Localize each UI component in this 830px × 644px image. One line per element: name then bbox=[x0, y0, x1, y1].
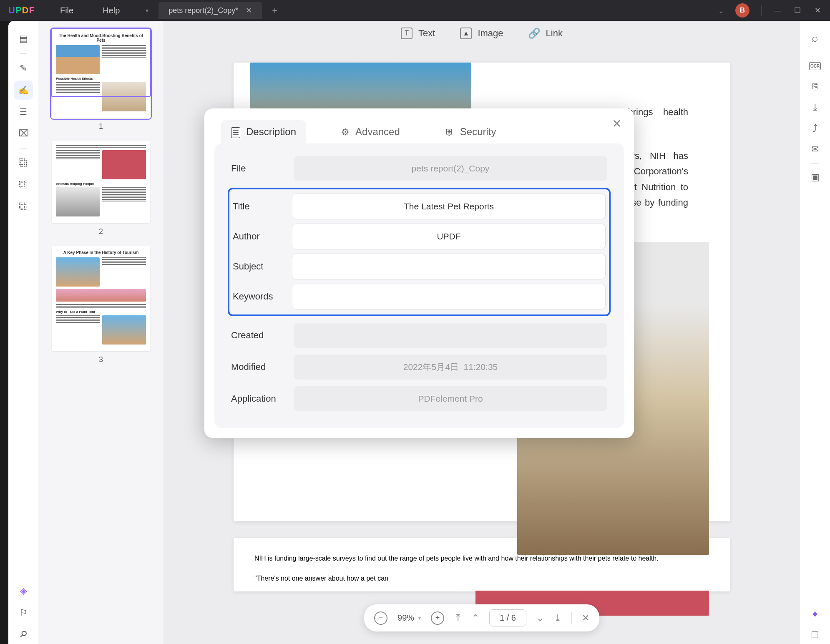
thumb-title: The Health and Mood-Boosting Benefits of… bbox=[56, 33, 146, 43]
field-author: Author bbox=[233, 224, 606, 249]
page-text: "There's not one answer about how a pet … bbox=[254, 575, 482, 582]
divider bbox=[811, 163, 819, 164]
tab-bar: ▾ pets report(2)_Copy* ✕ ＋ bbox=[141, 2, 279, 19]
markup-tool-icon[interactable] bbox=[14, 59, 33, 78]
divider bbox=[571, 612, 572, 624]
properties-dialog: Description Advanced Security ✕ File Tit… bbox=[204, 108, 634, 438]
close-dialog-icon[interactable]: ✕ bbox=[612, 117, 621, 131]
right-toolbar: ✦ bbox=[800, 21, 830, 644]
convert-icon[interactable] bbox=[806, 78, 824, 96]
thumb-subheading: Possible Health Effects bbox=[56, 77, 146, 80]
divider bbox=[20, 53, 27, 54]
main-menu: File Help bbox=[60, 6, 120, 15]
thumb-image bbox=[56, 257, 100, 287]
thumbnail-panel: The Health and Mood-Boosting Benefits of… bbox=[38, 21, 163, 644]
maximize-icon[interactable]: ☐ bbox=[793, 6, 802, 15]
input-title[interactable] bbox=[292, 194, 606, 219]
close-tab-icon[interactable]: ✕ bbox=[246, 6, 252, 15]
text-tool-icon: T bbox=[401, 28, 412, 39]
save-icon[interactable] bbox=[806, 169, 824, 186]
next-page-icon[interactable]: ⌄ bbox=[536, 613, 544, 624]
thumb-image bbox=[102, 315, 146, 345]
thumb-image bbox=[102, 150, 146, 179]
first-page-icon[interactable]: ⤒ bbox=[454, 613, 462, 624]
chevron-down-icon: ▾ bbox=[418, 615, 421, 621]
ai-icon[interactable]: ✦ bbox=[806, 606, 824, 623]
image-tool-icon: ▲ bbox=[460, 28, 472, 39]
label-author: Author bbox=[233, 231, 292, 242]
thumbnail-page-3[interactable]: A Key Phase in the History of Tourism Wh… bbox=[52, 246, 150, 351]
field-subject: Subject bbox=[233, 254, 606, 279]
attachment-icon[interactable] bbox=[14, 625, 33, 644]
zoom-level[interactable]: 99%▾ bbox=[397, 613, 421, 623]
tab-dropdown-icon[interactable]: ▾ bbox=[141, 4, 153, 17]
input-file bbox=[294, 156, 607, 181]
label-title: Title bbox=[233, 201, 292, 212]
input-author[interactable] bbox=[292, 224, 606, 249]
field-file: File bbox=[231, 156, 607, 181]
image-tool[interactable]: ▲Image bbox=[460, 28, 503, 39]
close-toolbar-icon[interactable]: ✕ bbox=[582, 613, 589, 624]
label-keywords: Keywords bbox=[233, 291, 292, 302]
document-tab[interactable]: pets report(2)_Copy* ✕ bbox=[158, 2, 262, 19]
crop-tool-icon[interactable] bbox=[14, 124, 33, 143]
compare-tool-icon[interactable] bbox=[14, 197, 33, 216]
reader-tool-icon[interactable] bbox=[14, 29, 33, 48]
download-icon[interactable] bbox=[806, 99, 824, 116]
thumbnail-page-1[interactable]: The Health and Mood-Boosting Benefits of… bbox=[52, 29, 150, 118]
menu-file[interactable]: File bbox=[60, 6, 73, 15]
input-subject[interactable] bbox=[292, 254, 606, 279]
app-logo: UPDF bbox=[8, 5, 35, 16]
input-keywords[interactable] bbox=[292, 284, 606, 309]
form-tool-icon[interactable] bbox=[14, 102, 33, 121]
layers-icon[interactable] bbox=[14, 581, 33, 601]
zoom-in-icon[interactable]: + bbox=[431, 611, 444, 625]
text-tool[interactable]: TText bbox=[401, 28, 435, 39]
last-page-icon[interactable]: ⤓ bbox=[554, 613, 561, 624]
editable-fields-highlight: Title Author Subject Keywords bbox=[228, 188, 611, 316]
label-file: File bbox=[231, 163, 294, 174]
link-tool[interactable]: 🔗Link bbox=[528, 28, 563, 39]
zoom-out-icon[interactable]: − bbox=[374, 611, 387, 625]
description-icon bbox=[231, 126, 240, 138]
thumbnail-page-2[interactable]: Animals Helping People bbox=[52, 141, 150, 223]
bookmark-icon[interactable] bbox=[14, 603, 33, 622]
thumb-title: A Key Phase in the History of Tourism bbox=[56, 250, 146, 255]
tab-advanced[interactable]: Advanced bbox=[331, 120, 410, 143]
thumb-number: 2 bbox=[52, 227, 150, 236]
prev-page-icon[interactable]: ⌃ bbox=[472, 613, 479, 624]
edit-tool-icon[interactable] bbox=[14, 80, 33, 100]
thumb-image bbox=[102, 82, 146, 111]
divider bbox=[811, 52, 819, 52]
edit-toolbar: TText ▲Image 🔗Link bbox=[401, 28, 563, 39]
tab-security[interactable]: Security bbox=[435, 120, 506, 143]
organize-tool-icon[interactable] bbox=[14, 153, 33, 173]
share-icon[interactable] bbox=[806, 120, 824, 137]
tab-description[interactable]: Description bbox=[221, 120, 306, 143]
left-toolbar bbox=[8, 21, 38, 644]
close-window-icon[interactable]: ✕ bbox=[813, 6, 822, 15]
label-application: Application bbox=[231, 393, 294, 404]
field-created: Created bbox=[231, 323, 607, 348]
input-application bbox=[294, 386, 607, 411]
field-application: Application bbox=[231, 386, 607, 411]
pages-tool-icon[interactable] bbox=[14, 175, 33, 194]
menu-help[interactable]: Help bbox=[103, 6, 120, 15]
page-indicator[interactable]: 1 / 6 bbox=[489, 609, 526, 626]
thumb-subheading: Why to Take a Plant Tour bbox=[56, 310, 146, 314]
field-keywords: Keywords bbox=[233, 284, 606, 309]
ocr-icon[interactable] bbox=[806, 57, 824, 75]
mail-icon[interactable] bbox=[806, 141, 824, 158]
search-icon[interactable] bbox=[806, 29, 824, 47]
bottom-toolbar: − 99%▾ + ⤒ ⌃ 1 / 6 ⌄ ⤓ ✕ bbox=[364, 604, 599, 631]
thumb-image bbox=[56, 45, 100, 74]
gear-icon bbox=[341, 126, 350, 138]
comment-icon[interactable] bbox=[806, 626, 824, 644]
chevron-down-icon[interactable]: ⌄ bbox=[718, 7, 724, 15]
link-tool-icon: 🔗 bbox=[528, 28, 540, 39]
user-avatar[interactable]: B bbox=[735, 3, 750, 18]
add-tab-icon[interactable]: ＋ bbox=[270, 4, 279, 17]
minimize-icon[interactable]: — bbox=[773, 6, 782, 15]
field-title: Title bbox=[233, 194, 606, 219]
thumb-image bbox=[56, 187, 100, 216]
